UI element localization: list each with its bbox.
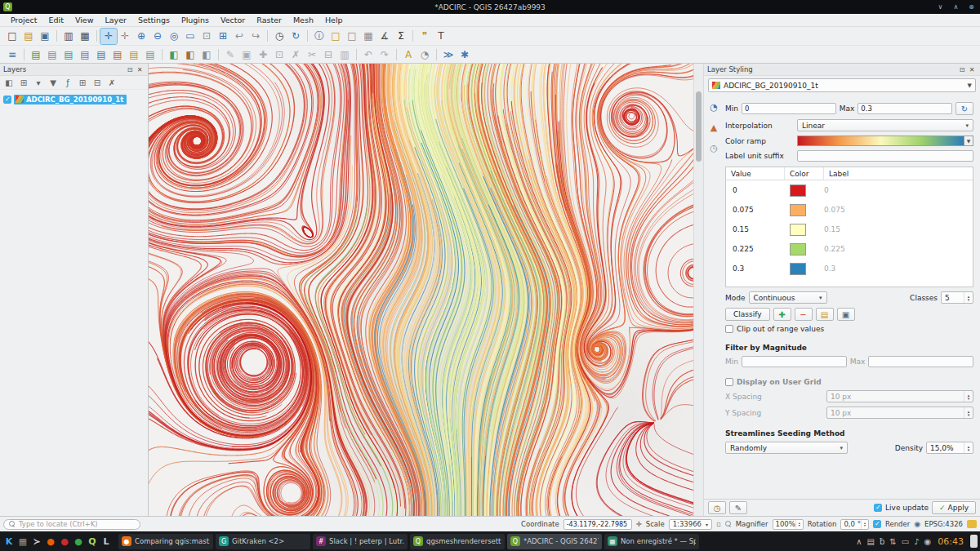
add-wms-layer-icon[interactable]: ▤ <box>126 47 142 62</box>
zoom-out-icon[interactable]: ⊖ <box>149 29 166 44</box>
scrollbar-thumb[interactable] <box>696 91 702 162</box>
pan-to-selection-icon[interactable]: ✛ <box>117 29 133 44</box>
filter-expression-icon[interactable]: ƒ <box>61 77 74 89</box>
classes-spinner[interactable]: 5 <box>941 291 973 304</box>
pan-map-icon[interactable]: ✛ <box>100 29 117 44</box>
float-panel-icon[interactable]: ⊡ <box>957 64 967 74</box>
python-console-icon[interactable]: ≫ <box>440 47 457 62</box>
clock[interactable]: 06:43 <box>938 536 964 547</box>
layer-visibility-checkbox[interactable] <box>3 96 11 104</box>
live-update-checkbox[interactable] <box>874 504 882 512</box>
close-button[interactable]: ⊗ <box>966 2 977 12</box>
rotation-spinner[interactable]: 0,0 ° <box>840 519 868 530</box>
map-canvas[interactable] <box>149 64 693 516</box>
new-geopackage-layer-icon[interactable]: ◧ <box>166 47 182 62</box>
paste-features-icon[interactable]: ▥ <box>336 47 353 62</box>
l-app-icon[interactable]: L <box>100 534 113 549</box>
color-ramp-select[interactable]: ▼ <box>797 136 973 146</box>
coordinate-input[interactable] <box>564 519 632 530</box>
add-delimited-text-layer-icon[interactable]: ▤ <box>77 47 93 62</box>
copy-features-icon[interactable]: ⊟ <box>320 47 336 62</box>
add-xyz-layer-icon[interactable]: ▤ <box>142 47 158 62</box>
styling-layer-selector[interactable]: ADCIRC_BG_20190910_1t ▼ <box>708 78 976 92</box>
spinner-arrows-icon[interactable] <box>964 442 973 453</box>
collapse-all-icon[interactable]: ⊟ <box>91 77 104 89</box>
new-project-icon[interactable]: □ <box>4 29 20 44</box>
extents-icon[interactable]: ✛ <box>636 520 642 528</box>
clipboard-icon[interactable]: ▤ <box>867 537 875 546</box>
menu-item[interactable]: Plugins <box>176 15 215 25</box>
class-color-swatch[interactable] <box>790 243 806 256</box>
menu-item[interactable]: Layer <box>99 15 132 25</box>
classify-button[interactable]: Classify <box>725 308 770 321</box>
add-postgis-layer-icon[interactable]: ▤ <box>93 47 109 62</box>
class-row[interactable]: 0.15 0.15 <box>726 220 973 239</box>
identify-features-icon[interactable]: ⓘ <box>311 29 327 44</box>
qgis-launcher-icon[interactable]: Q <box>86 534 99 549</box>
green-app-icon[interactable]: ● <box>72 534 85 549</box>
remove-layer-icon[interactable]: ✗ <box>105 77 118 89</box>
open-project-icon[interactable]: ▤ <box>20 29 37 44</box>
label-unit-suffix-input[interactable] <box>797 150 973 162</box>
remove-class-icon[interactable]: − <box>795 308 813 321</box>
clip-out-of-range-checkbox[interactable] <box>725 325 733 333</box>
show-desktop-button[interactable] <box>970 535 978 548</box>
spinner-arrows-icon[interactable] <box>964 407 973 418</box>
processing-toolbox-icon[interactable]: ✱ <box>457 47 473 62</box>
layout-manager-icon[interactable]: ▦ <box>77 29 93 44</box>
deselect-features-icon[interactable]: □ <box>344 29 360 44</box>
save-project-icon[interactable]: ▣ <box>37 29 53 44</box>
menu-item[interactable]: Vector <box>215 15 251 25</box>
cut-features-icon[interactable]: ✂ <box>304 47 320 62</box>
style-options-icon[interactable]: ✎ <box>729 501 747 514</box>
app-menu-icon[interactable]: K <box>2 534 16 549</box>
menu-item[interactable]: Project <box>5 15 43 25</box>
menu-item[interactable]: Settings <box>132 15 176 25</box>
layer-tree-item[interactable]: ADCIRC_BG_20190910_1t <box>3 93 148 105</box>
zoom-to-selection-icon[interactable]: ⊡ <box>198 29 215 44</box>
spinner-arrows-icon[interactable] <box>861 520 868 529</box>
class-color-swatch[interactable] <box>790 263 806 275</box>
class-row[interactable]: 0.3 0.3 <box>726 259 973 278</box>
open-attribute-table-icon[interactable]: ▦ <box>360 29 376 44</box>
float-panel-icon[interactable]: ⊡ <box>125 64 135 74</box>
temporal-controller-icon[interactable]: ◷ <box>271 29 287 44</box>
spinner-arrows-icon[interactable] <box>964 391 973 402</box>
add-mesh-layer-icon[interactable]: ▤ <box>60 47 77 62</box>
display-on-user-grid-checkbox[interactable] <box>725 378 733 386</box>
map-tips-icon[interactable]: ❞ <box>416 29 433 44</box>
zoom-native-icon[interactable]: ◎ <box>166 29 182 44</box>
mesh-symbology-tab-icon[interactable]: ◔ <box>707 100 720 113</box>
history-tab-icon[interactable]: ◷ <box>707 141 720 154</box>
text-annotation-icon[interactable]: T <box>433 29 449 44</box>
density-spinner[interactable]: 15,0% <box>926 442 973 454</box>
y-spacing-spinner[interactable]: 10 px <box>826 407 973 419</box>
taskbar-task[interactable]: ▦ Non enregistré * — Sp... <box>604 534 699 549</box>
menu-item[interactable]: Help <box>319 15 349 25</box>
vertex-tool-icon[interactable]: ⊡ <box>271 47 287 62</box>
expand-all-icon[interactable]: ⊞ <box>76 77 89 89</box>
seeding-method-select[interactable]: Randomly <box>725 442 848 454</box>
close-panel-icon[interactable]: ✕ <box>967 64 977 74</box>
redo-icon[interactable]: ↷ <box>376 47 393 62</box>
taskbar-task[interactable]: G GitKraken <2> <box>216 534 310 549</box>
min-value-input[interactable] <box>742 103 836 114</box>
save-classes-icon[interactable]: ▣ <box>837 308 855 321</box>
data-source-manager-icon[interactable]: ≡ <box>4 47 20 62</box>
load-classes-icon[interactable]: ▤ <box>816 308 834 321</box>
class-color-swatch[interactable] <box>790 204 806 216</box>
new-layout-icon[interactable]: ▥ <box>60 29 77 44</box>
mode-select[interactable]: Continuous <box>749 291 827 304</box>
measure-icon[interactable]: ∡ <box>376 29 393 44</box>
taskbar-task[interactable]: ● Comparing qgis:mast... <box>118 534 213 549</box>
spinner-arrows-icon[interactable] <box>795 520 803 529</box>
magnifier-spinner[interactable]: 100% <box>773 519 804 530</box>
taskbar-task[interactable]: Q qgsmeshrenderersetti... <box>410 534 505 549</box>
selected-layer[interactable]: ADCIRC_BG_20190910_1t <box>14 95 127 104</box>
add-raster-layer-icon[interactable]: ▤ <box>44 47 60 62</box>
menu-item[interactable]: Mesh <box>287 15 319 25</box>
volume-icon[interactable]: ♪ <box>914 537 919 546</box>
manage-map-themes-icon[interactable]: ▾ <box>32 77 45 89</box>
mesh-3d-tab-icon[interactable]: ▲ <box>707 121 720 134</box>
firefox-icon[interactable]: ● <box>44 534 57 549</box>
